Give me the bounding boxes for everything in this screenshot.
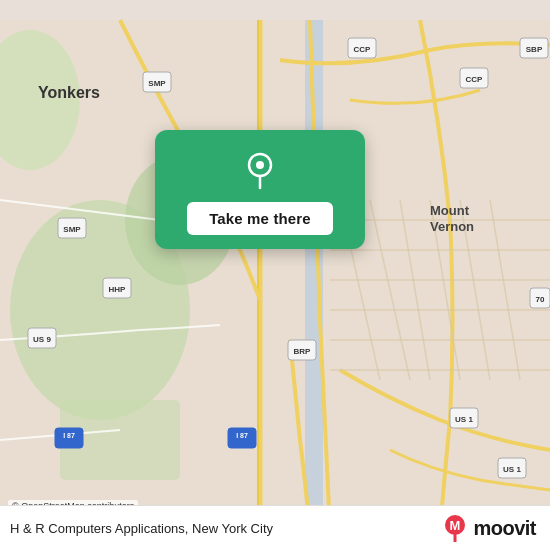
svg-text:I 87: I 87 (63, 432, 75, 439)
moovit-logo: M moovit (441, 514, 536, 542)
map-container: US 9 I 87 SMP SMP HHP BRP CCP CCP SBP 70… (0, 0, 550, 550)
take-me-there-button[interactable]: Take me there (187, 202, 333, 235)
svg-text:Mount: Mount (430, 203, 470, 218)
bottom-bar: H & R Computers Applications, New York C… (0, 505, 550, 550)
svg-text:I 87: I 87 (236, 432, 248, 439)
location-card: Take me there (155, 130, 365, 249)
svg-text:70: 70 (536, 295, 545, 304)
svg-text:US 1: US 1 (455, 415, 473, 424)
svg-text:Vernon: Vernon (430, 219, 474, 234)
svg-text:CCP: CCP (466, 75, 484, 84)
svg-text:HHP: HHP (109, 285, 127, 294)
svg-text:BRP: BRP (294, 347, 312, 356)
map-background: US 9 I 87 SMP SMP HHP BRP CCP CCP SBP 70… (0, 0, 550, 550)
svg-text:SMP: SMP (148, 79, 166, 88)
moovit-text: moovit (473, 517, 536, 540)
moovit-brand-icon: M (441, 514, 469, 542)
svg-point-50 (256, 161, 264, 169)
svg-text:M: M (450, 518, 461, 533)
place-name: H & R Computers Applications, New York C… (10, 521, 273, 536)
svg-text:Yonkers: Yonkers (38, 84, 100, 101)
svg-text:SBP: SBP (526, 45, 543, 54)
svg-text:US 9: US 9 (33, 335, 51, 344)
pin-icon (238, 148, 282, 192)
svg-text:US 1: US 1 (503, 465, 521, 474)
svg-text:CCP: CCP (354, 45, 372, 54)
svg-text:SMP: SMP (63, 225, 81, 234)
